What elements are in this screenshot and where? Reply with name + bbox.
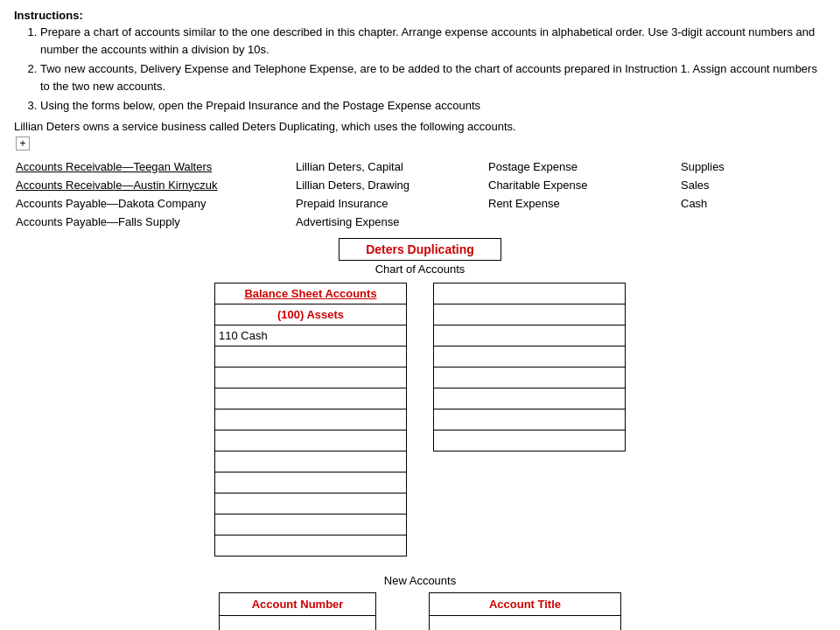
is-row-1[interactable] [434,283,626,304]
instructions-list: Prepare a chart of accounts similar to t… [40,24,826,115]
is-row-8[interactable] [434,430,626,451]
account-r2c3: Charitable Expense [486,176,679,194]
balance-sheet-header: Balance Sheet Accounts [215,283,407,304]
new-accounts-title: New Accounts [384,574,456,587]
bs-row-3[interactable] [215,346,407,367]
is-row-2[interactable] [434,304,626,325]
new-accounts-section: New Accounts Account Number Account Titl… [14,574,826,631]
account-r4c1: Accounts Payable—Falls Supply [14,213,294,231]
accounts-grid: Accounts Receivable—Teegan Walters Lilli… [14,158,826,231]
is-row-6[interactable] [434,388,626,409]
acct-num-row-1[interactable] [220,615,376,630]
account-r4c3 [486,213,679,231]
instruction-item-1: Prepare a chart of accounts similar to t… [40,24,826,58]
chart-tables: Balance Sheet Accounts (100) Assets 110 … [14,283,826,556]
intro-text: Lillian Deters owns a service business c… [14,120,826,133]
account-r3c3: Rent Expense [486,194,679,213]
account-number-header: Account Number [220,592,376,615]
bs-row-9[interactable] [215,472,407,493]
expand-button[interactable]: + [16,136,30,150]
acct-title-row-1[interactable] [430,615,621,630]
chart-subtitle: Chart of Accounts [375,262,466,276]
bs-row-10[interactable] [215,493,407,514]
company-name: Deters Duplicating [339,238,501,261]
account-number-table: Account Number [219,592,376,631]
account-r1c1: Accounts Receivable—Teegan Walters [14,158,294,176]
chart-section: Deters Duplicating Chart of Accounts Bal… [14,238,826,556]
is-row-7[interactable] [434,409,626,430]
instruction-item-2: Two new accounts, Delivery Expense and T… [40,60,826,94]
bs-row-8[interactable] [215,451,407,472]
first-entry-cell[interactable]: 110 Cash [215,325,407,346]
instructions-section: Instructions: Prepare a chart of account… [14,9,826,115]
bs-row-4[interactable] [215,367,407,388]
account-r1c4: Supplies [679,158,784,176]
income-statement-table [433,283,626,452]
account-r1c3: Postage Expense [486,158,679,176]
account-r1c2: Lillian Deters, Capital [294,158,486,176]
bs-row-6[interactable] [215,409,407,430]
account-r3c2: Prepaid Insurance [294,194,486,213]
account-r3c4: Cash [679,194,784,213]
is-row-3[interactable] [434,325,626,346]
account-r2c4: Sales [679,176,784,194]
is-row-5[interactable] [434,367,626,388]
instruction-item-3: Using the forms below, open the Prepaid … [40,97,826,115]
bs-row-11[interactable] [215,514,407,535]
bs-row-12[interactable] [215,535,407,556]
instructions-title: Instructions: [14,9,826,22]
account-title-table: Account Title [429,592,621,631]
bs-row-7[interactable] [215,430,407,451]
account-r3c1: Accounts Payable—Dakota Company [14,194,294,213]
account-r2c1: Accounts Receivable—Austin Kirnyczuk [14,176,294,194]
account-r4c2: Advertising Expense [294,213,486,231]
balance-sheet-sub: (100) Assets [215,304,407,325]
account-title-header: Account Title [430,592,621,615]
new-accounts-tables: Account Number Account Title [219,592,621,631]
account-r2c2: Lillian Deters, Drawing [294,176,486,194]
balance-sheet-table: Balance Sheet Accounts (100) Assets 110 … [214,283,407,556]
bs-row-5[interactable] [215,388,407,409]
account-r4c4 [679,213,784,231]
is-row-4[interactable] [434,346,626,367]
